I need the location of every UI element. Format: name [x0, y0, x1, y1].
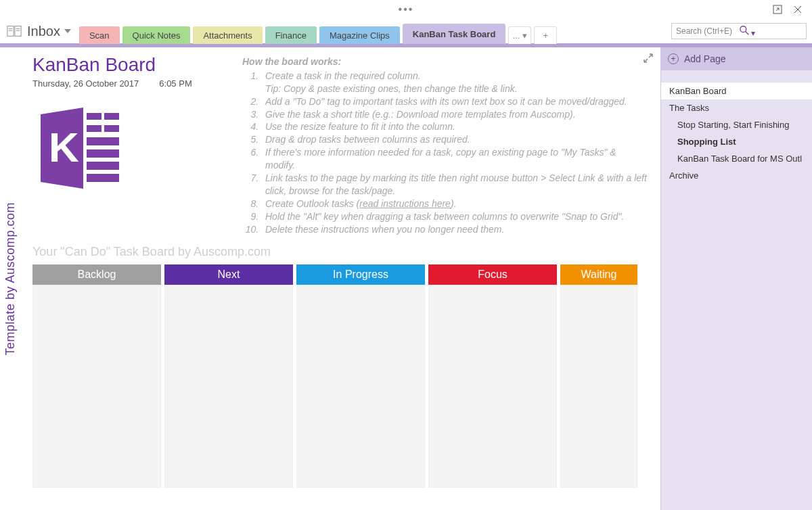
kanban-column[interactable]: Waiting — [560, 264, 637, 488]
instruction-item: Delete these instructions when you no lo… — [261, 223, 648, 236]
instruction-item: Create a task in the required column.Tip… — [261, 70, 648, 95]
kanban-column-body[interactable] — [32, 285, 161, 488]
kanban-column-body[interactable] — [164, 285, 293, 488]
page-list-panel: + Add Page KanBan BoardThe TasksStop Sta… — [660, 47, 812, 510]
chevron-down-icon — [64, 29, 71, 33]
kanban-column-header: Waiting — [560, 264, 637, 285]
add-section-button[interactable]: + — [534, 26, 557, 44]
fullscreen-icon[interactable] — [767, 3, 788, 16]
svg-rect-11 — [104, 113, 119, 120]
instruction-item: Drag & drop tasks between columns as req… — [261, 133, 648, 146]
section-tab[interactable]: Magazine Clips — [319, 26, 400, 44]
kanban-column-header: Backlog — [32, 264, 161, 285]
page-list-item[interactable]: Stop Starting, Start Finishing — [661, 116, 812, 133]
instructions-block[interactable]: How the board works: Create a task in th… — [242, 54, 648, 235]
svg-rect-17 — [87, 174, 119, 182]
section-tab[interactable]: Attachments — [193, 26, 262, 44]
more-sections-button[interactable]: ... ▾ — [508, 26, 531, 44]
instruction-item: Create Outlook tasks (read instructions … — [261, 198, 648, 210]
section-tab[interactable]: Finance — [265, 26, 317, 44]
kanban-column[interactable]: Next — [164, 264, 293, 488]
app-logo: K — [32, 101, 127, 195]
content: Template by Auscomp.com KanBan Board Thu… — [0, 47, 812, 510]
board-subtitle: Your "Can Do" Task Board by Auscomp.com — [32, 245, 648, 259]
svg-rect-16 — [87, 162, 119, 170]
section-tabs: ScanQuick NotesAttachmentsFinanceMagazin… — [79, 19, 671, 43]
svg-point-7 — [740, 26, 746, 32]
search-icon: ▾ — [739, 25, 802, 38]
svg-rect-13 — [104, 125, 119, 132]
svg-rect-2 — [15, 26, 21, 37]
titlebar-grip: ••• — [399, 3, 414, 16]
section-tab[interactable]: KanBan Task Board — [403, 24, 506, 44]
instruction-item: If there's more information needed for a… — [261, 146, 648, 172]
page-date: Thursday, 26 October 2017 — [32, 78, 139, 89]
expand-icon[interactable] — [643, 53, 654, 66]
plus-icon: + — [668, 53, 679, 64]
section-tab[interactable]: Scan — [79, 26, 120, 44]
kanban-column[interactable]: Focus — [428, 264, 557, 488]
page-list-item[interactable]: KanBan Board — [661, 83, 812, 99]
kanban-board[interactable]: BacklogNextIn ProgressFocusWaiting — [32, 264, 648, 488]
kanban-column[interactable]: In Progress — [296, 264, 425, 488]
search-input[interactable]: Search (Ctrl+E) ▾ — [671, 23, 807, 39]
page-list-item[interactable]: Shopping List — [661, 133, 812, 150]
svg-rect-12 — [87, 125, 102, 132]
svg-text:K: K — [49, 124, 79, 170]
page-meta: Thursday, 26 October 2017 6:05 PM — [32, 78, 229, 89]
instructions-title: How the board works: — [242, 55, 648, 68]
topbar: Inbox ScanQuick NotesAttachmentsFinanceM… — [0, 19, 812, 43]
kanban-column-body[interactable] — [296, 285, 425, 488]
kanban-column-body[interactable] — [560, 285, 637, 488]
search-placeholder: Search (Ctrl+E) — [676, 26, 739, 36]
section-tab[interactable]: Quick Notes — [122, 26, 191, 44]
titlebar: ••• — [0, 0, 812, 19]
kanban-column-header: Next — [164, 264, 293, 285]
notebook-icon — [7, 25, 22, 37]
notebook-name: Inbox — [27, 24, 60, 39]
instructions-list: Create a task in the required column.Tip… — [242, 70, 648, 236]
page-list-item[interactable]: KanBan Task Board for MS Outl — [661, 150, 812, 167]
kanban-column-header: In Progress — [296, 264, 425, 285]
svg-rect-14 — [87, 137, 119, 145]
page-list: KanBan BoardThe TasksStop Starting, Star… — [661, 70, 812, 184]
instruction-item: Hold the "Alt" key when dragging a task … — [261, 210, 648, 223]
kanban-column-body[interactable] — [428, 285, 557, 488]
close-icon[interactable] — [788, 3, 808, 16]
note-canvas[interactable]: KanBan Board Thursday, 26 October 2017 6… — [20, 47, 660, 510]
page-time: 6:05 PM — [159, 78, 191, 89]
add-page-button[interactable]: + Add Page — [661, 47, 812, 70]
svg-rect-10 — [87, 113, 102, 120]
instruction-item: Add a "To Do" tag to important tasks wit… — [261, 95, 648, 108]
instruction-item: Give the task a short title (e.g.: Downl… — [261, 108, 648, 121]
page-list-item[interactable]: The Tasks — [661, 99, 812, 116]
instruction-item: Use the resize feature to fit it into th… — [261, 120, 648, 133]
page-title[interactable]: KanBan Board — [32, 54, 229, 76]
svg-rect-1 — [7, 26, 14, 37]
notebook-selector[interactable]: Inbox — [7, 24, 71, 39]
instruction-item: Link tasks to the page by marking its ti… — [261, 172, 648, 198]
add-page-label: Add Page — [684, 53, 726, 64]
page-list-item[interactable]: Archive — [661, 167, 812, 184]
side-branding: Template by Auscomp.com — [0, 47, 20, 510]
side-branding-text: Template by Auscomp.com — [3, 202, 18, 356]
svg-rect-15 — [87, 149, 119, 158]
kanban-column[interactable]: Backlog — [32, 264, 161, 488]
kanban-column-header: Focus — [428, 264, 557, 285]
